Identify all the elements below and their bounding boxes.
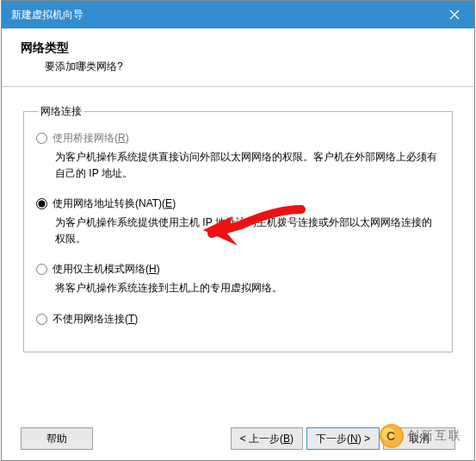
radio-nat[interactable] [36,198,47,209]
back-button[interactable]: < 上一步(B) [231,427,303,450]
close-icon [449,9,460,20]
radio-nat-label[interactable]: 使用网络地址转换(NAT)(E) [53,196,176,211]
radio-hostonly-label[interactable]: 使用仅主机模式网络(H) [53,262,160,277]
desc-nat: 为客户机操作系统提供使用主机 IP 地址访问主机拨号连接或外部以太网网络连接的权… [55,215,440,246]
page-subtitle: 要添加哪类网络? [45,59,459,74]
desc-bridge: 为客户机操作系统提供直接访问外部以太网网络的权限。客户机在外部网络上必须有自己的… [55,149,440,181]
close-button[interactable] [436,1,473,28]
option-bridge: 使用桥接网络(R) 为客户机操作系统提供直接访问外部以太网网络的权限。客户机在外… [36,131,440,181]
desc-hostonly: 将客户机操作系统连接到主机上的专用虚拟网络。 [55,280,440,296]
network-connection-group: 网络连接 使用桥接网络(R) 为客户机操作系统提供直接访问外部以太网网络的权限。… [23,104,453,352]
radio-bridge-label[interactable]: 使用桥接网络(R) [53,131,129,146]
radio-hostonly[interactable] [36,264,47,275]
option-hostonly: 使用仅主机模式网络(H) 将客户机操作系统连接到主机上的专用虚拟网络。 [36,262,440,296]
radio-bridge[interactable] [36,133,47,144]
group-legend: 网络连接 [38,104,84,119]
option-nat: 使用网络地址转换(NAT)(E) 为客户机操作系统提供使用主机 IP 地址访问主… [36,196,440,246]
cancel-button[interactable]: 取消 [383,427,455,450]
titlebar: 新建虚拟机向导 [2,1,474,28]
option-none: 不使用网络连接(T) [36,312,440,327]
next-button[interactable]: 下一步(N) > [306,427,380,450]
help-button[interactable]: 帮助 [21,427,93,450]
radio-none[interactable] [36,314,47,325]
wizard-header: 网络类型 要添加哪类网络? [2,28,474,86]
window-title: 新建虚拟机向导 [11,8,83,22]
radio-none-label[interactable]: 不使用网络连接(T) [53,312,138,327]
page-title: 网络类型 [21,40,459,56]
button-bar: 帮助 < 上一步(B) 下一步(N) > 取消 [21,427,455,450]
